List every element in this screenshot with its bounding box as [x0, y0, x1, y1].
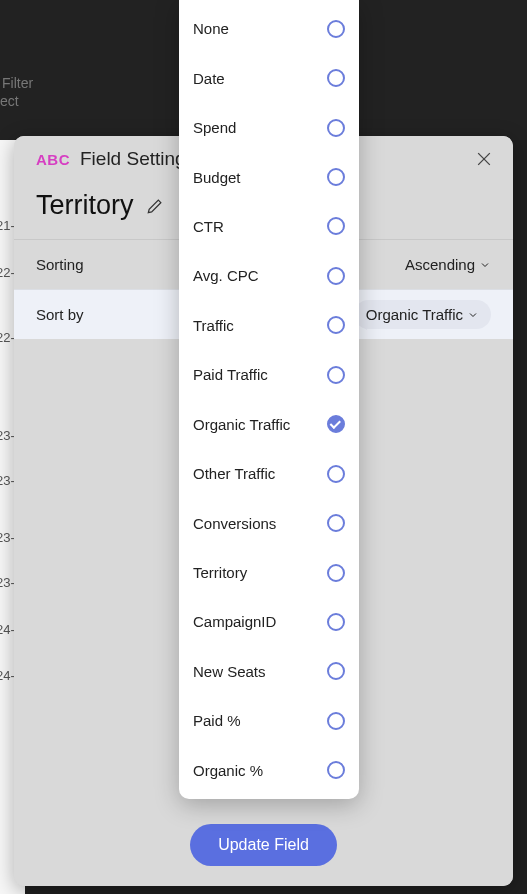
sortby-option[interactable]: CampaignID — [179, 597, 359, 646]
sortby-option[interactable]: Paid Traffic — [179, 350, 359, 399]
bg-row-label: 23- — [0, 530, 15, 545]
sortby-option[interactable]: Spend — [179, 103, 359, 152]
sortby-option[interactable]: Organic Traffic — [179, 400, 359, 449]
bg-row-label: 23- — [0, 575, 15, 590]
radio-unchecked-icon[interactable] — [327, 514, 345, 532]
sorting-value-text: Ascending — [405, 256, 475, 273]
option-label: None — [193, 20, 229, 37]
sortby-option[interactable]: New Seats — [179, 647, 359, 696]
radio-unchecked-icon[interactable] — [327, 168, 345, 186]
option-label: Paid % — [193, 712, 241, 729]
option-label: CTR — [193, 218, 224, 235]
bg-row-label: 21- — [0, 218, 15, 233]
sortby-option[interactable]: Avg. CPC — [179, 251, 359, 300]
sortby-option[interactable]: None — [179, 4, 359, 53]
option-label: Spend — [193, 119, 236, 136]
radio-unchecked-icon[interactable] — [327, 366, 345, 384]
option-label: New Seats — [193, 663, 266, 680]
radio-unchecked-icon[interactable] — [327, 217, 345, 235]
sorting-label: Sorting — [36, 256, 84, 273]
sortby-options-popover: NoneDateSpendBudgetCTRAvg. CPCTrafficPai… — [179, 0, 359, 799]
option-label: Territory — [193, 564, 247, 581]
sortby-option[interactable]: Budget — [179, 152, 359, 201]
option-label: Other Traffic — [193, 465, 275, 482]
option-label: Organic Traffic — [193, 416, 290, 433]
option-label: Avg. CPC — [193, 267, 259, 284]
bg-row-label: 22- — [0, 330, 15, 345]
radio-unchecked-icon[interactable] — [327, 316, 345, 334]
radio-unchecked-icon[interactable] — [327, 465, 345, 483]
sortby-option[interactable]: Paid % — [179, 696, 359, 745]
sorting-value[interactable]: Ascending — [405, 256, 491, 273]
chevron-down-icon — [467, 309, 479, 321]
radio-unchecked-icon[interactable] — [327, 712, 345, 730]
close-icon[interactable] — [473, 148, 495, 170]
sortby-option[interactable]: Other Traffic — [179, 449, 359, 498]
option-label: Budget — [193, 169, 241, 186]
radio-unchecked-icon[interactable] — [327, 69, 345, 87]
option-label: CampaignID — [193, 613, 276, 630]
option-label: Traffic — [193, 317, 234, 334]
radio-unchecked-icon[interactable] — [327, 267, 345, 285]
radio-unchecked-icon[interactable] — [327, 662, 345, 680]
option-label: Date — [193, 70, 225, 87]
modal-footer: Update Field — [14, 806, 513, 886]
sortby-label: Sort by — [36, 306, 84, 323]
radio-unchecked-icon[interactable] — [327, 613, 345, 631]
update-field-button[interactable]: Update Field — [190, 824, 337, 866]
radio-unchecked-icon[interactable] — [327, 761, 345, 779]
option-label: Paid Traffic — [193, 366, 268, 383]
radio-unchecked-icon[interactable] — [327, 20, 345, 38]
chevron-down-icon — [479, 259, 491, 271]
radio-checked-icon[interactable] — [327, 415, 345, 433]
field-name: Territory — [36, 190, 134, 221]
bg-ect-label: ect — [0, 93, 19, 109]
sortby-option[interactable]: Date — [179, 53, 359, 102]
sortby-value-text: Organic Traffic — [366, 306, 463, 323]
bg-row-label: 22- — [0, 265, 15, 280]
popover-pointer — [359, 318, 367, 330]
sortby-option[interactable]: Organic % — [179, 746, 359, 795]
sortby-option[interactable]: CTR — [179, 202, 359, 251]
radio-unchecked-icon[interactable] — [327, 119, 345, 137]
sortby-option[interactable]: Conversions — [179, 498, 359, 547]
bg-row-label: 23- — [0, 473, 15, 488]
sortby-option[interactable]: Territory — [179, 548, 359, 597]
field-type-badge: ABC — [36, 151, 70, 168]
sortby-option[interactable]: Traffic — [179, 301, 359, 350]
bg-row-label: 23- — [0, 428, 15, 443]
option-label: Conversions — [193, 515, 276, 532]
bg-row-label: 24- — [0, 622, 15, 637]
edit-name-icon[interactable] — [144, 195, 166, 217]
bg-filter-label: Filter — [2, 75, 33, 91]
bg-row-label: 24- — [0, 668, 15, 683]
radio-unchecked-icon[interactable] — [327, 564, 345, 582]
sortby-value-pill[interactable]: Organic Traffic — [354, 300, 491, 329]
option-label: Organic % — [193, 762, 263, 779]
